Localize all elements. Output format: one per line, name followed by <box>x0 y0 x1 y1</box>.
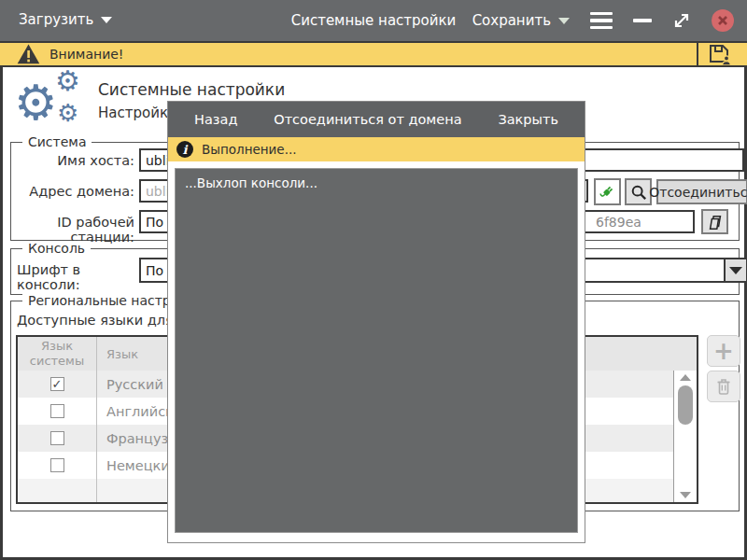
app-window: Загрузить Системные настройки Сохранить <box>0 0 747 560</box>
combo-arrow <box>724 259 746 281</box>
gear-icon: ⚙ <box>57 101 78 125</box>
warning-bar: Внимание! <box>0 41 747 67</box>
floppy-save-icon <box>708 43 732 65</box>
domain-label: Адрес домена: <box>13 184 134 199</box>
titlebar-actions: Сохранить <box>472 0 734 41</box>
maximize-button[interactable] <box>672 11 691 30</box>
system-language-cell: ✓ <box>18 371 97 398</box>
system-language-cell <box>18 452 97 479</box>
plug-icon <box>599 183 616 201</box>
dialog-close-button[interactable]: Закрыть <box>498 112 558 127</box>
chevron-down-icon <box>558 18 570 24</box>
hamburger-icon <box>590 12 613 16</box>
warning-text: Внимание! <box>49 47 123 62</box>
workstation-id-value-end: 6f89ea <box>596 215 641 230</box>
disconnect-button[interactable]: Отсоединиться <box>656 179 747 204</box>
remove-language-button[interactable] <box>707 371 740 402</box>
plus-icon: + <box>713 339 734 363</box>
search-domain-button[interactable] <box>625 178 652 205</box>
scroll-down-icon[interactable] <box>680 492 691 498</box>
system-language-checkbox[interactable] <box>50 458 64 472</box>
info-icon: i <box>176 141 193 158</box>
dialog-console-output: ...Выхлоп консоли... <box>175 168 578 533</box>
main-content: ⚙ ⚙ ⚙ Системные настройки Настройка Сист… <box>0 67 747 560</box>
save-settings-button[interactable] <box>704 42 736 66</box>
dialog-status-bar: i Выполнение... <box>168 137 585 161</box>
column-header-system-language: Язык системы <box>18 337 97 371</box>
trash-icon <box>714 377 733 396</box>
disconnect-from-domain-button[interactable]: Отсоединиться от домена <box>274 112 461 127</box>
add-language-button[interactable]: + <box>707 335 740 367</box>
system-language-cell <box>18 398 97 425</box>
system-language-checkbox[interactable]: ✓ <box>50 377 64 391</box>
domain-progress-dialog: Назад Отсоединиться от домена Закрыть i … <box>167 101 585 543</box>
dialog-header: Назад Отсоединиться от домена Закрыть <box>168 102 585 137</box>
gear-icon: ⚙ <box>55 67 80 95</box>
console-font-label: Шрифт в консоли: <box>17 262 136 292</box>
copy-id-button[interactable] <box>701 209 728 234</box>
page-title: Системные настройки <box>98 80 285 99</box>
title-bar: Загрузить Системные настройки Сохранить <box>0 0 747 41</box>
system-language-checkbox[interactable] <box>50 431 64 445</box>
close-button[interactable] <box>712 9 734 32</box>
save-menu-button[interactable]: Сохранить <box>472 12 570 29</box>
close-icon <box>717 15 728 26</box>
back-button[interactable]: Назад <box>194 112 237 127</box>
warning-icon <box>17 44 40 64</box>
table-scrollbar[interactable] <box>673 371 697 502</box>
dialog-status-text: Выполнение... <box>202 142 297 157</box>
warning-bar-divider <box>697 43 698 65</box>
system-language-checkbox[interactable] <box>50 404 64 418</box>
resize-arrows-icon <box>672 11 691 30</box>
scroll-up-icon[interactable] <box>680 374 691 381</box>
hostname-label: Имя хоста: <box>13 153 134 168</box>
search-icon <box>630 184 647 201</box>
gear-icon: ⚙ <box>14 78 58 127</box>
save-menu-label: Сохранить <box>472 12 551 29</box>
copy-icon <box>707 214 724 231</box>
connect-domain-button[interactable] <box>594 178 621 205</box>
minimize-button[interactable] <box>633 19 652 22</box>
system-language-cell <box>18 425 97 452</box>
chevron-down-icon <box>729 267 742 274</box>
scrollbar-thumb[interactable] <box>678 385 693 425</box>
system-group-legend: Система <box>22 134 92 149</box>
page-subtitle: Настройка <box>98 105 176 121</box>
console-group-legend: Консоль <box>22 241 91 256</box>
menu-button[interactable] <box>590 12 613 30</box>
gears-app-icon: ⚙ ⚙ ⚙ <box>12 71 94 133</box>
